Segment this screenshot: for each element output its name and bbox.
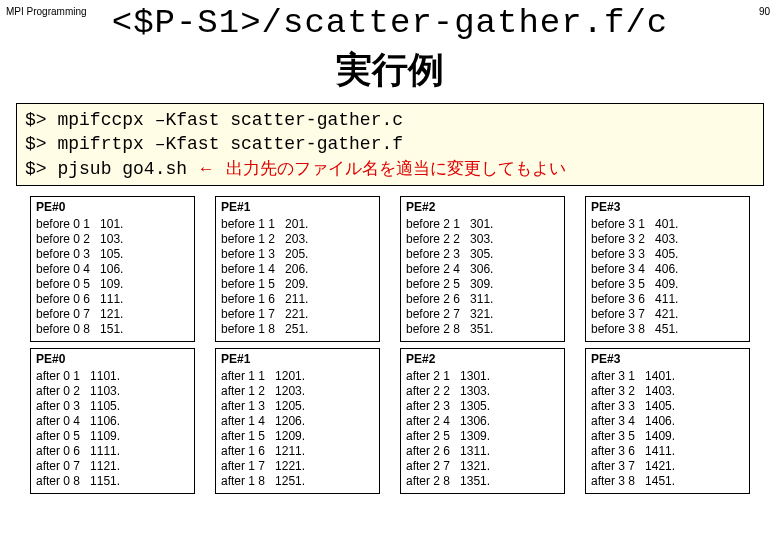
- cmd-line-2: $> mpifrtpx –Kfast scatter-gather.f: [25, 132, 755, 156]
- cmd-line-1: $> mpifccpx –Kfast scatter-gather.c: [25, 108, 755, 132]
- before-row: PE#0 before 0 1 101. before 0 2 103. bef…: [30, 196, 750, 342]
- table-row: before 2 2 303.: [406, 232, 559, 247]
- pe-title: PE#3: [591, 200, 744, 215]
- table-row: before 1 2 203.: [221, 232, 374, 247]
- table-row: after 3 8 1451.: [591, 474, 744, 489]
- title-jp-line: 実行例: [0, 46, 780, 95]
- table-row: after 1 3 1205.: [221, 399, 374, 414]
- table-row: before 1 3 205.: [221, 247, 374, 262]
- prompt: $>: [25, 159, 47, 179]
- table-row: after 0 5 1109.: [36, 429, 189, 444]
- table-row: after 2 4 1306.: [406, 414, 559, 429]
- table-row: after 2 3 1305.: [406, 399, 559, 414]
- table-row: after 3 5 1409.: [591, 429, 744, 444]
- table-row: before 2 3 305.: [406, 247, 559, 262]
- table-row: after 3 1 1401.: [591, 369, 744, 384]
- table-row: after 2 8 1351.: [406, 474, 559, 489]
- pe-title: PE#2: [406, 352, 559, 367]
- table-row: after 2 2 1303.: [406, 384, 559, 399]
- table-row: before 1 1 201.: [221, 217, 374, 232]
- pe-title: PE#0: [36, 352, 189, 367]
- table-row: before 0 5 109.: [36, 277, 189, 292]
- table-row: before 0 6 111.: [36, 292, 189, 307]
- cmd-text: mpifccpx –Kfast scatter-gather.c: [57, 110, 403, 130]
- table-row: after 0 6 1111.: [36, 444, 189, 459]
- table-row: after 1 4 1206.: [221, 414, 374, 429]
- table-row: before 3 2 403.: [591, 232, 744, 247]
- table-row: after 1 1 1201.: [221, 369, 374, 384]
- title-jp: 実行例: [336, 50, 444, 90]
- prompt: $>: [25, 134, 47, 154]
- table-row: before 0 1 101.: [36, 217, 189, 232]
- table-row: after 2 1 1301.: [406, 369, 559, 384]
- table-row: after 3 6 1411.: [591, 444, 744, 459]
- table-row: before 1 6 211.: [221, 292, 374, 307]
- table-row: before 1 5 209.: [221, 277, 374, 292]
- cmd-text: pjsub go4.sh: [57, 159, 187, 179]
- arrow-left-icon: ←: [198, 159, 215, 178]
- pe-title: PE#1: [221, 352, 374, 367]
- table-row: before 3 3 405.: [591, 247, 744, 262]
- table-row: before 1 8 251.: [221, 322, 374, 337]
- pe0-before-box: PE#0 before 0 1 101. before 0 2 103. bef…: [30, 196, 195, 342]
- table-row: before 2 7 321.: [406, 307, 559, 322]
- table-row: before 0 4 106.: [36, 262, 189, 277]
- table-row: before 3 5 409.: [591, 277, 744, 292]
- cmd-text: mpifrtpx –Kfast scatter-gather.f: [57, 134, 403, 154]
- pe2-after-box: PE#2 after 2 1 1301. after 2 2 1303. aft…: [400, 348, 565, 494]
- table-row: after 2 7 1321.: [406, 459, 559, 474]
- table-row: after 3 3 1405.: [591, 399, 744, 414]
- table-row: after 0 2 1103.: [36, 384, 189, 399]
- table-row: before 0 8 151.: [36, 322, 189, 337]
- table-row: after 3 4 1406.: [591, 414, 744, 429]
- page-number: 90: [759, 6, 770, 17]
- header-label: MPI Programming: [6, 6, 87, 17]
- after-row: PE#0 after 0 1 1101. after 0 2 1103. aft…: [30, 348, 750, 494]
- table-row: before 2 1 301.: [406, 217, 559, 232]
- table-row: after 2 6 1311.: [406, 444, 559, 459]
- table-row: after 0 8 1151.: [36, 474, 189, 489]
- table-row: after 1 7 1221.: [221, 459, 374, 474]
- pe1-before-box: PE#1 before 1 1 201. before 1 2 203. bef…: [215, 196, 380, 342]
- title-path-line: <$P-S1>/scatter-gather.f/c: [0, 4, 780, 42]
- table-row: after 1 6 1211.: [221, 444, 374, 459]
- table-row: before 3 8 451.: [591, 322, 744, 337]
- table-row: after 1 5 1209.: [221, 429, 374, 444]
- pe3-before-box: PE#3 before 3 1 401. before 3 2 403. bef…: [585, 196, 750, 342]
- table-row: after 3 2 1403.: [591, 384, 744, 399]
- pe-title: PE#3: [591, 352, 744, 367]
- table-row: after 0 1 1101.: [36, 369, 189, 384]
- table-row: before 2 8 351.: [406, 322, 559, 337]
- pe0-after-box: PE#0 after 0 1 1101. after 0 2 1103. aft…: [30, 348, 195, 494]
- pe2-before-box: PE#2 before 2 1 301. before 2 2 303. bef…: [400, 196, 565, 342]
- table-row: before 3 1 401.: [591, 217, 744, 232]
- table-row: before 3 7 421.: [591, 307, 744, 322]
- table-row: after 0 3 1105.: [36, 399, 189, 414]
- pe-title: PE#1: [221, 200, 374, 215]
- table-row: before 3 4 406.: [591, 262, 744, 277]
- table-row: before 1 7 221.: [221, 307, 374, 322]
- table-row: after 0 4 1106.: [36, 414, 189, 429]
- table-row: before 2 4 306.: [406, 262, 559, 277]
- title-path: <$P-S1>/scatter-gather.f/c: [112, 4, 669, 42]
- table-row: after 0 7 1121.: [36, 459, 189, 474]
- pe-title: PE#0: [36, 200, 189, 215]
- table-row: after 2 5 1309.: [406, 429, 559, 444]
- pe-title: PE#2: [406, 200, 559, 215]
- table-row: after 1 2 1203.: [221, 384, 374, 399]
- cmd-line-3: $> pjsub go4.sh ← 出力先のファイル名を適当に変更してもよい: [25, 157, 755, 181]
- command-box: $> mpifccpx –Kfast scatter-gather.c $> m…: [16, 103, 764, 186]
- table-row: before 1 4 206.: [221, 262, 374, 277]
- pe1-after-box: PE#1 after 1 1 1201. after 1 2 1203. aft…: [215, 348, 380, 494]
- table-row: before 0 7 121.: [36, 307, 189, 322]
- table-row: before 2 5 309.: [406, 277, 559, 292]
- table-row: before 0 2 103.: [36, 232, 189, 247]
- cmd-note: 出力先のファイル名を適当に変更してもよい: [226, 159, 566, 178]
- table-row: before 0 3 105.: [36, 247, 189, 262]
- prompt: $>: [25, 110, 47, 130]
- pe3-after-box: PE#3 after 3 1 1401. after 3 2 1403. aft…: [585, 348, 750, 494]
- table-row: before 2 6 311.: [406, 292, 559, 307]
- table-row: after 1 8 1251.: [221, 474, 374, 489]
- table-row: after 3 7 1421.: [591, 459, 744, 474]
- table-row: before 3 6 411.: [591, 292, 744, 307]
